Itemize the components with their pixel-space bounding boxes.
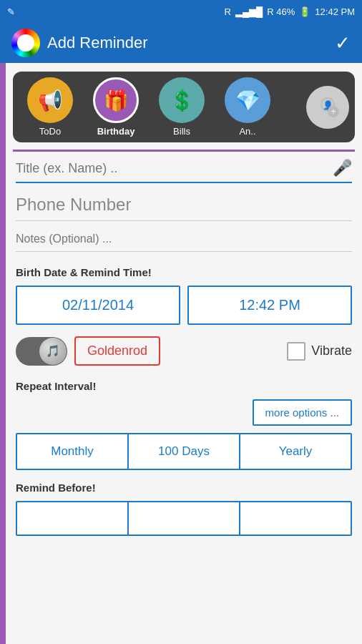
confirm-button[interactable]: ✓ [335, 32, 351, 54]
battery-percent: R 46% [267, 6, 295, 17]
category-selector: 📢 ToDo 🎁 Birthday 💲 Bills 💎 An.. [13, 72, 355, 142]
remind-before-option-2[interactable] [129, 502, 240, 535]
signal-bars: ▂▄▆█ [235, 6, 263, 17]
app-header: Add Reminder ✓ [0, 23, 362, 63]
content-wrapper: 📢 ToDo 🎁 Birthday 💲 Bills 💎 An.. [0, 63, 362, 644]
another-icon: 💎 [225, 77, 270, 123]
mic-icon[interactable]: 🎤 [333, 159, 352, 177]
time-button[interactable]: 12:42 PM [187, 286, 352, 325]
category-item-bills[interactable]: 💲 Bills [150, 77, 213, 137]
status-left: ✎ [7, 6, 15, 17]
page-title: Add Reminder [47, 34, 148, 52]
signal-icon: R [225, 6, 231, 17]
more-options-button[interactable]: more options ... [253, 399, 352, 426]
phone-row: Phone Number [16, 195, 352, 221]
interval-monthly[interactable]: Monthly [17, 434, 129, 469]
remind-before-option-3[interactable] [240, 502, 351, 535]
category-item-birthday[interactable]: 🎁 Birthday [84, 77, 147, 137]
add-category-button[interactable]: 👤 + [306, 86, 349, 129]
app-logo [11, 29, 40, 57]
form-area: 🎤 Phone Number Birth Date & Remind Time!… [6, 152, 362, 543]
another-label: An.. [239, 126, 255, 137]
date-button[interactable]: 02/11/2014 [16, 286, 180, 325]
bills-label: Bills [173, 126, 190, 137]
todo-icon: 📢 [27, 77, 73, 123]
vibrate-label: Vibrate [311, 343, 352, 358]
interval-100days[interactable]: 100 Days [129, 434, 240, 469]
vibrate-checkbox[interactable] [287, 342, 305, 361]
remind-before-label: Remind Before! [16, 482, 352, 494]
notes-row [16, 233, 352, 252]
ringtone-selector[interactable]: Goldenrod [74, 336, 160, 366]
left-accent-bar [0, 63, 6, 644]
toggle-knob: 🎵 [39, 338, 67, 365]
date-section-label: Birth Date & Remind Time! [16, 266, 352, 278]
vibrate-option: Vibrate [287, 342, 352, 361]
date-time-row: 02/11/2014 12:42 PM [16, 286, 352, 325]
header-left: Add Reminder [11, 29, 148, 57]
todo-label: ToDo [39, 126, 61, 137]
title-input-row: 🎤 [16, 159, 352, 183]
title-input[interactable] [16, 161, 333, 176]
category-item-todo[interactable]: 📢 ToDo [19, 77, 82, 137]
phone-label: Phone Number [16, 195, 352, 215]
interval-yearly[interactable]: Yearly [240, 434, 351, 469]
form-content: 📢 ToDo 🎁 Birthday 💲 Bills 💎 An.. [6, 63, 362, 644]
clock: 12:42 PM [315, 6, 355, 17]
remind-before-option-1[interactable] [17, 502, 129, 535]
remind-before-selector [16, 501, 352, 536]
status-bar: ✎ R ▂▄▆█ R 46% 🔋 12:42 PM [0, 0, 362, 23]
birthday-icon: 🎁 [93, 77, 139, 123]
battery-icon: 🔋 [299, 6, 310, 17]
music-toggle[interactable]: 🎵 [16, 337, 67, 366]
repeat-section-label: Repeat Interval! [16, 380, 352, 392]
notes-input[interactable] [16, 233, 352, 245]
svg-text:+: + [331, 107, 336, 117]
sim-icon: ✎ [7, 6, 15, 17]
main-content: 📢 ToDo 🎁 Birthday 💲 Bills 💎 An.. [0, 63, 362, 644]
ringtone-row: 🎵 Goldenrod Vibrate [16, 336, 352, 366]
bills-icon: 💲 [159, 77, 205, 123]
status-right: R ▂▄▆█ R 46% 🔋 12:42 PM [225, 6, 356, 17]
interval-selector: Monthly 100 Days Yearly [16, 433, 352, 470]
birthday-label: Birthday [97, 126, 135, 137]
category-item-another[interactable]: 💎 An.. [216, 77, 279, 137]
